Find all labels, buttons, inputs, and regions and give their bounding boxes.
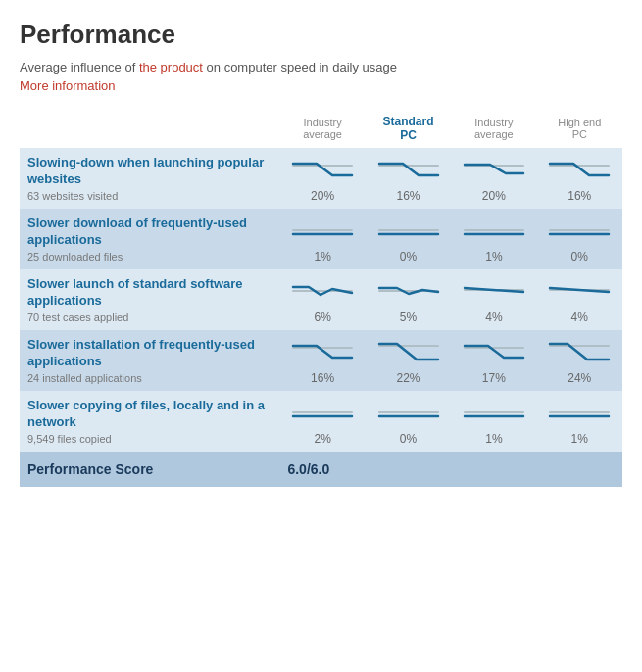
metric-label-cell: Slower installation of frequently-used a…	[20, 330, 279, 391]
pct-value: 16%	[568, 189, 591, 203]
more-info-link[interactable]: More information	[20, 78, 622, 93]
pct-value: 0%	[571, 250, 588, 264]
sparkline: 16%	[287, 336, 357, 385]
metric-sub: 24 installed applications	[27, 372, 272, 384]
table-row: Slower copying of files, locally and in …	[20, 391, 622, 452]
metric-sub: 63 websites visited	[27, 190, 272, 202]
score-label: Performance Score	[20, 452, 279, 487]
sparkline: 6%	[287, 275, 357, 324]
subtitle-text: Average influence of the product on comp…	[20, 60, 622, 74]
pct-value: 1%	[314, 250, 330, 264]
pct-value: 17%	[482, 371, 506, 385]
pct-value: 1%	[485, 432, 502, 446]
sparkline: 16%	[373, 154, 443, 203]
sparkline: 1%	[459, 215, 528, 264]
sparkline: 1%	[287, 215, 357, 264]
sparkline: 22%	[373, 336, 443, 385]
data-cell-0: 1%	[279, 209, 365, 269]
data-cell-3: 1%	[537, 391, 622, 452]
pct-value: 0%	[400, 432, 417, 446]
table-row: Slowing-down when launching popular webs…	[20, 148, 622, 209]
data-cell-0: 6%	[279, 269, 365, 330]
metric-title: Slower launch of standard software appli…	[27, 276, 272, 310]
table-row: Slower installation of frequently-used a…	[20, 330, 622, 391]
data-cell-1: 5%	[366, 269, 451, 330]
data-cell-2: 20%	[451, 148, 536, 209]
pct-value: 2%	[314, 432, 330, 446]
metric-title: Slowing-down when launching popular webs…	[27, 155, 272, 188]
score-value: 6.0/6.0	[279, 452, 622, 487]
sparkline: 20%	[459, 154, 528, 203]
data-cell-2: 17%	[451, 330, 536, 391]
header-col-standard-pc: StandardPC	[366, 109, 451, 148]
pct-value: 16%	[396, 189, 420, 203]
header-col-industry2: Industryaverage	[451, 109, 536, 148]
sparkline: 0%	[373, 215, 443, 264]
page-container: Performance Average influence of the pro…	[0, 0, 642, 497]
data-cell-0: 20%	[279, 148, 365, 209]
metric-label-cell: Slowing-down when launching popular webs…	[20, 148, 279, 209]
sparkline: 17%	[459, 336, 528, 385]
sparkline: 0%	[373, 397, 443, 446]
pct-value: 0%	[400, 250, 417, 264]
sparkline: 1%	[545, 397, 615, 446]
pct-value: 5%	[400, 311, 417, 324]
sparkline: 2%	[287, 397, 357, 446]
sparkline: 5%	[373, 275, 443, 324]
sparkline: 4%	[545, 275, 615, 324]
pct-value: 20%	[311, 189, 334, 203]
metric-label-cell: Slower download of frequently-used appli…	[20, 209, 279, 269]
pct-value: 4%	[485, 311, 502, 324]
pct-value: 20%	[482, 189, 506, 203]
metric-title: Slower download of frequently-used appli…	[27, 216, 272, 249]
data-cell-1: 22%	[366, 330, 451, 391]
data-cell-1: 0%	[366, 391, 451, 452]
table-row: Slower launch of standard software appli…	[20, 269, 622, 330]
table-row: Slower download of frequently-used appli…	[20, 209, 622, 269]
sparkline: 16%	[545, 154, 615, 203]
pct-value: 4%	[571, 311, 588, 324]
header-col-highend-pc: High endPC	[537, 109, 622, 148]
data-cell-2: 4%	[451, 269, 536, 330]
performance-table: Industryaverage StandardPC Industryavera…	[20, 109, 622, 487]
sparkline: 24%	[545, 336, 615, 385]
sparkline: 4%	[459, 275, 528, 324]
table-header-row: Industryaverage StandardPC Industryavera…	[20, 109, 622, 148]
metric-sub: 9,549 files copied	[27, 433, 272, 445]
data-cell-3: 4%	[537, 269, 622, 330]
metric-sub: 70 test cases applied	[27, 312, 272, 323]
sparkline: 20%	[287, 154, 357, 203]
data-cell-2: 1%	[451, 209, 536, 269]
pct-value: 1%	[571, 432, 588, 446]
sparkline: 0%	[545, 215, 615, 264]
data-cell-3: 16%	[537, 148, 622, 209]
metric-label-cell: Slower launch of standard software appli…	[20, 269, 279, 330]
pct-value: 16%	[311, 371, 334, 385]
pct-value: 6%	[314, 311, 330, 324]
data-cell-1: 16%	[366, 148, 451, 209]
data-cell-0: 16%	[279, 330, 365, 391]
data-cell-3: 0%	[537, 209, 622, 269]
header-col-industry1: Industryaverage	[279, 109, 365, 148]
sparkline: 1%	[459, 397, 528, 446]
metric-label-cell: Slower copying of files, locally and in …	[20, 391, 279, 452]
pct-value: 22%	[396, 371, 420, 385]
metric-sub: 25 downloaded files	[27, 251, 272, 263]
header-metric-col	[20, 109, 279, 148]
data-cell-0: 2%	[279, 391, 365, 452]
pct-value: 1%	[485, 250, 502, 264]
score-row: Performance Score6.0/6.0	[20, 452, 622, 487]
page-title: Performance	[20, 20, 622, 50]
metric-title: Slower installation of frequently-used a…	[27, 337, 272, 370]
data-cell-3: 24%	[537, 330, 622, 391]
data-cell-1: 0%	[366, 209, 451, 269]
data-cell-2: 1%	[451, 391, 536, 452]
pct-value: 24%	[568, 371, 591, 385]
metric-title: Slower copying of files, locally and in …	[27, 398, 272, 431]
